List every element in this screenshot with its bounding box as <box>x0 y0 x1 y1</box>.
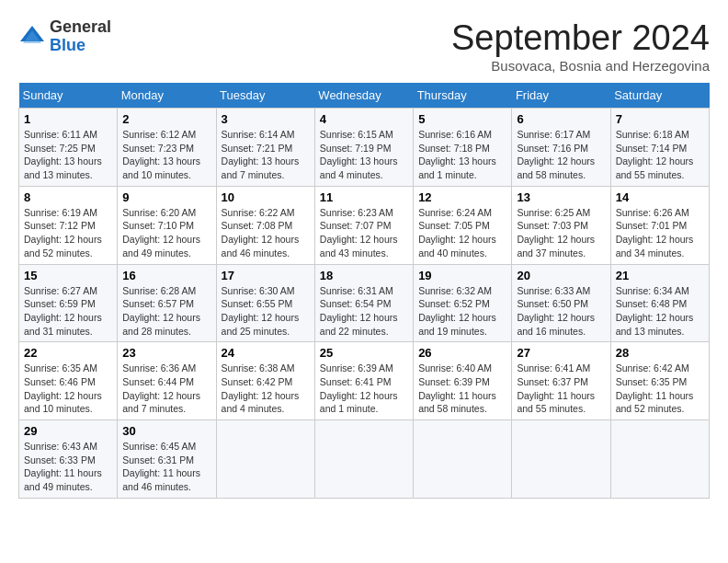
calendar-week-row: 1Sunrise: 6:11 AMSunset: 7:25 PMDaylight… <box>19 109 710 187</box>
day-number: 3 <box>222 112 310 126</box>
calendar-cell: 29Sunrise: 6:43 AMSunset: 6:33 PMDayligh… <box>19 420 118 499</box>
calendar-cell: 22Sunrise: 6:35 AMSunset: 6:46 PMDayligh… <box>19 342 118 420</box>
logo: General Blue <box>18 18 111 55</box>
calendar-cell: 19Sunrise: 6:32 AMSunset: 6:52 PMDayligh… <box>414 264 512 342</box>
day-info: Sunrise: 6:14 AMSunset: 7:21 PMDaylight:… <box>222 128 310 182</box>
calendar-cell: 15Sunrise: 6:27 AMSunset: 6:59 PMDayligh… <box>19 264 118 342</box>
column-header-friday: Friday <box>512 83 610 109</box>
day-info: Sunrise: 6:30 AMSunset: 6:55 PMDaylight:… <box>222 284 310 339</box>
calendar-header-row: SundayMondayTuesdayWednesdayThursdayFrid… <box>19 83 710 109</box>
day-info: Sunrise: 6:19 AMSunset: 7:12 PMDaylight:… <box>24 206 112 260</box>
calendar-cell <box>512 420 610 499</box>
calendar-cell: 4Sunrise: 6:15 AMSunset: 7:19 PMDaylight… <box>314 109 413 187</box>
calendar-week-row: 22Sunrise: 6:35 AMSunset: 6:46 PMDayligh… <box>19 342 710 420</box>
calendar-cell: 20Sunrise: 6:33 AMSunset: 6:50 PMDayligh… <box>512 264 610 342</box>
logo-icon <box>18 23 46 51</box>
location-subtitle: Busovaca, Bosnia and Herzegovina <box>451 58 710 74</box>
day-number: 7 <box>616 112 704 126</box>
day-info: Sunrise: 6:41 AMSunset: 6:37 PMDaylight:… <box>517 362 605 416</box>
day-info: Sunrise: 6:16 AMSunset: 7:18 PMDaylight:… <box>418 128 506 182</box>
day-number: 1 <box>24 112 112 126</box>
day-info: Sunrise: 6:26 AMSunset: 7:01 PMDaylight:… <box>616 206 704 260</box>
day-number: 13 <box>517 190 605 204</box>
calendar-cell <box>610 420 709 499</box>
day-number: 28 <box>616 346 704 360</box>
day-info: Sunrise: 6:38 AMSunset: 6:42 PMDaylight:… <box>222 362 310 416</box>
calendar-cell <box>216 420 314 499</box>
calendar-cell: 12Sunrise: 6:24 AMSunset: 7:05 PMDayligh… <box>414 186 512 264</box>
column-header-sunday: Sunday <box>19 83 118 109</box>
day-info: Sunrise: 6:42 AMSunset: 6:35 PMDaylight:… <box>616 362 704 416</box>
day-info: Sunrise: 6:22 AMSunset: 7:08 PMDaylight:… <box>222 206 310 260</box>
calendar-cell <box>414 420 512 499</box>
day-number: 15 <box>24 269 112 282</box>
day-number: 5 <box>418 112 506 126</box>
column-header-monday: Monday <box>118 83 216 109</box>
day-number: 17 <box>222 269 310 282</box>
calendar-cell: 6Sunrise: 6:17 AMSunset: 7:16 PMDaylight… <box>512 109 610 187</box>
calendar-cell: 1Sunrise: 6:11 AMSunset: 7:25 PMDaylight… <box>19 109 118 187</box>
calendar-cell: 21Sunrise: 6:34 AMSunset: 6:48 PMDayligh… <box>610 264 709 342</box>
day-info: Sunrise: 6:11 AMSunset: 7:25 PMDaylight:… <box>24 128 112 182</box>
day-number: 21 <box>616 269 704 282</box>
day-info: Sunrise: 6:43 AMSunset: 6:33 PMDaylight:… <box>24 440 112 494</box>
calendar-cell: 10Sunrise: 6:22 AMSunset: 7:08 PMDayligh… <box>216 186 314 264</box>
calendar-cell: 26Sunrise: 6:40 AMSunset: 6:39 PMDayligh… <box>414 342 512 420</box>
day-number: 6 <box>517 112 605 126</box>
day-info: Sunrise: 6:31 AMSunset: 6:54 PMDaylight:… <box>320 284 408 339</box>
day-number: 25 <box>320 346 408 360</box>
calendar-cell: 9Sunrise: 6:20 AMSunset: 7:10 PMDaylight… <box>118 186 216 264</box>
calendar-cell: 3Sunrise: 6:14 AMSunset: 7:21 PMDaylight… <box>216 109 314 187</box>
calendar-cell: 13Sunrise: 6:25 AMSunset: 7:03 PMDayligh… <box>512 186 610 264</box>
day-number: 19 <box>418 269 506 282</box>
day-number: 27 <box>517 346 605 360</box>
day-number: 16 <box>122 269 210 282</box>
calendar-cell: 27Sunrise: 6:41 AMSunset: 6:37 PMDayligh… <box>512 342 610 420</box>
calendar-cell: 8Sunrise: 6:19 AMSunset: 7:12 PMDaylight… <box>19 186 118 264</box>
calendar-week-row: 15Sunrise: 6:27 AMSunset: 6:59 PMDayligh… <box>19 264 710 342</box>
day-info: Sunrise: 6:34 AMSunset: 6:48 PMDaylight:… <box>616 284 704 339</box>
day-number: 20 <box>517 269 605 282</box>
calendar-cell: 28Sunrise: 6:42 AMSunset: 6:35 PMDayligh… <box>610 342 709 420</box>
day-number: 23 <box>122 346 210 360</box>
day-number: 10 <box>222 190 310 204</box>
calendar-cell: 30Sunrise: 6:45 AMSunset: 6:31 PMDayligh… <box>118 420 216 499</box>
day-info: Sunrise: 6:28 AMSunset: 6:57 PMDaylight:… <box>122 284 210 339</box>
day-info: Sunrise: 6:25 AMSunset: 7:03 PMDaylight:… <box>517 206 605 260</box>
day-number: 26 <box>418 346 506 360</box>
day-number: 30 <box>122 424 210 438</box>
calendar-cell: 25Sunrise: 6:39 AMSunset: 6:41 PMDayligh… <box>314 342 413 420</box>
day-info: Sunrise: 6:35 AMSunset: 6:46 PMDaylight:… <box>24 362 112 416</box>
column-header-thursday: Thursday <box>414 83 512 109</box>
day-info: Sunrise: 6:45 AMSunset: 6:31 PMDaylight:… <box>122 440 210 494</box>
calendar-cell: 7Sunrise: 6:18 AMSunset: 7:14 PMDaylight… <box>610 109 709 187</box>
day-number: 4 <box>320 112 408 126</box>
day-number: 24 <box>222 346 310 360</box>
day-info: Sunrise: 6:39 AMSunset: 6:41 PMDaylight:… <box>320 362 408 416</box>
day-info: Sunrise: 6:15 AMSunset: 7:19 PMDaylight:… <box>320 128 408 182</box>
calendar-week-row: 29Sunrise: 6:43 AMSunset: 6:33 PMDayligh… <box>19 420 710 499</box>
day-number: 29 <box>24 424 112 438</box>
day-number: 14 <box>616 190 704 204</box>
day-info: Sunrise: 6:23 AMSunset: 7:07 PMDaylight:… <box>320 206 408 260</box>
day-number: 22 <box>24 346 112 360</box>
day-info: Sunrise: 6:32 AMSunset: 6:52 PMDaylight:… <box>418 284 506 339</box>
calendar-cell: 2Sunrise: 6:12 AMSunset: 7:23 PMDaylight… <box>118 109 216 187</box>
column-header-tuesday: Tuesday <box>216 83 314 109</box>
title-block: September 2024 Busovaca, Bosnia and Herz… <box>451 18 710 74</box>
day-number: 11 <box>320 190 408 204</box>
calendar-week-row: 8Sunrise: 6:19 AMSunset: 7:12 PMDaylight… <box>19 186 710 264</box>
column-header-saturday: Saturday <box>610 83 709 109</box>
calendar-cell: 18Sunrise: 6:31 AMSunset: 6:54 PMDayligh… <box>314 264 413 342</box>
day-number: 2 <box>122 112 210 126</box>
day-info: Sunrise: 6:18 AMSunset: 7:14 PMDaylight:… <box>616 128 704 182</box>
calendar-table: SundayMondayTuesdayWednesdayThursdayFrid… <box>18 83 710 499</box>
calendar-cell <box>314 420 413 499</box>
day-info: Sunrise: 6:17 AMSunset: 7:16 PMDaylight:… <box>517 128 605 182</box>
day-number: 12 <box>418 190 506 204</box>
day-info: Sunrise: 6:20 AMSunset: 7:10 PMDaylight:… <box>122 206 210 260</box>
calendar-cell: 5Sunrise: 6:16 AMSunset: 7:18 PMDaylight… <box>414 109 512 187</box>
calendar-cell: 24Sunrise: 6:38 AMSunset: 6:42 PMDayligh… <box>216 342 314 420</box>
day-info: Sunrise: 6:27 AMSunset: 6:59 PMDaylight:… <box>24 284 112 339</box>
day-info: Sunrise: 6:36 AMSunset: 6:44 PMDaylight:… <box>122 362 210 416</box>
